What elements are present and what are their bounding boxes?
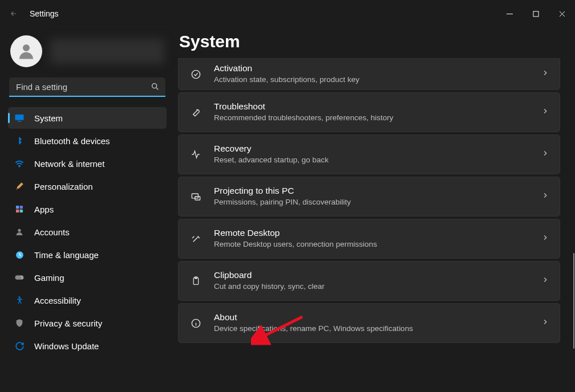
card-text: Remote DesktopRemote Desktop users, conn… bbox=[214, 227, 530, 250]
chevron-right-icon bbox=[541, 276, 549, 286]
card-text: RecoveryReset, advanced startup, go back bbox=[214, 143, 530, 165]
nav-label: Network & internet bbox=[34, 159, 104, 169]
wifi-icon bbox=[14, 158, 25, 169]
card-desc: Permissions, pairing PIN, discoverabilit… bbox=[214, 197, 530, 207]
card-desc: Recommended troubleshooters, preferences… bbox=[214, 113, 530, 123]
chevron-right-icon bbox=[541, 149, 549, 160]
titlebar: Settings bbox=[0, 0, 575, 27]
sidebar: SystemBluetooth & devicesNetwork & inter… bbox=[0, 27, 171, 392]
card-title: Activation bbox=[214, 63, 530, 75]
svg-rect-4 bbox=[18, 121, 21, 122]
avatar bbox=[10, 35, 42, 67]
chevron-right-icon bbox=[541, 191, 549, 202]
card-title: About bbox=[214, 312, 530, 324]
nav-item-apps[interactable]: Apps bbox=[8, 198, 167, 220]
recovery-icon bbox=[189, 149, 203, 160]
nav-item-privacy-security[interactable]: Privacy & security bbox=[8, 312, 167, 334]
minimize-button[interactable] bbox=[496, 5, 523, 23]
nav-item-bluetooth-devices[interactable]: Bluetooth & devices bbox=[8, 130, 167, 152]
profile-section[interactable] bbox=[8, 32, 167, 77]
card-title: Clipboard bbox=[214, 270, 530, 281]
scrollbar-thumb[interactable] bbox=[573, 253, 574, 349]
nav-label: Privacy & security bbox=[34, 318, 102, 328]
card-desc: Reset, advanced startup, go back bbox=[214, 155, 530, 165]
card-text: TroubleshootRecommended troubleshooters,… bbox=[214, 101, 530, 123]
nav-label: Personalization bbox=[34, 182, 93, 191]
card-title: Troubleshoot bbox=[214, 101, 530, 113]
svg-point-2 bbox=[152, 84, 157, 88]
nav-list: SystemBluetooth & devicesNetwork & inter… bbox=[8, 107, 167, 357]
card-projecting-to-this-pc[interactable]: Projecting to this PCPermissions, pairin… bbox=[178, 177, 560, 217]
card-text: ClipboardCut and copy history, sync, cle… bbox=[214, 270, 530, 292]
display-icon bbox=[14, 112, 25, 124]
svg-rect-9 bbox=[20, 210, 23, 213]
wrench-icon bbox=[189, 107, 203, 118]
remote-icon bbox=[189, 234, 203, 244]
search-input[interactable] bbox=[9, 77, 165, 97]
nav-label: Gaming bbox=[34, 273, 64, 283]
card-title: Projecting to this PC bbox=[214, 185, 530, 197]
bluetooth-icon bbox=[14, 135, 25, 146]
search-container bbox=[9, 77, 165, 97]
maximize-button[interactable] bbox=[523, 5, 549, 23]
settings-cards: ActivationActivation state, subscription… bbox=[178, 58, 560, 343]
svg-point-15 bbox=[18, 296, 20, 298]
back-button[interactable] bbox=[0, 0, 27, 27]
gamepad-icon bbox=[14, 272, 25, 283]
clock-icon bbox=[14, 249, 25, 260]
svg-rect-6 bbox=[16, 206, 19, 209]
card-title: Remote Desktop bbox=[214, 227, 530, 239]
svg-rect-0 bbox=[533, 11, 538, 17]
svg-point-14 bbox=[22, 277, 23, 279]
nav-item-system[interactable]: System bbox=[8, 107, 167, 129]
nav-item-network-internet[interactable]: Network & internet bbox=[8, 153, 167, 174]
svg-point-1 bbox=[23, 44, 30, 51]
card-troubleshoot[interactable]: TroubleshootRecommended troubleshooters,… bbox=[178, 92, 560, 132]
apps-icon bbox=[14, 203, 25, 215]
accessibility-icon bbox=[14, 295, 25, 306]
chevron-right-icon bbox=[541, 318, 549, 328]
card-activation[interactable]: ActivationActivation state, subscription… bbox=[178, 58, 560, 90]
nav-label: Accounts bbox=[34, 227, 70, 237]
nav-label: Bluetooth & devices bbox=[34, 136, 110, 146]
card-text: ActivationActivation state, subscription… bbox=[214, 63, 530, 85]
card-desc: Cut and copy history, sync, clear bbox=[214, 281, 530, 292]
card-clipboard[interactable]: ClipboardCut and copy history, sync, cle… bbox=[178, 261, 560, 301]
nav-item-personalization[interactable]: Personalization bbox=[8, 175, 167, 197]
nav-item-time-language[interactable]: Time & language bbox=[8, 244, 167, 266]
svg-rect-3 bbox=[15, 115, 24, 120]
chevron-right-icon bbox=[541, 234, 549, 244]
nav-label: System bbox=[34, 113, 63, 123]
svg-point-10 bbox=[18, 229, 21, 232]
main-content: System ActivationActivation state, subsc… bbox=[171, 27, 575, 392]
check-circle-icon bbox=[189, 69, 203, 80]
sync-icon bbox=[14, 340, 25, 352]
card-title: Recovery bbox=[214, 143, 530, 155]
card-remote-desktop[interactable]: Remote DesktopRemote Desktop users, conn… bbox=[178, 219, 560, 259]
page-title: System bbox=[179, 32, 560, 51]
brush-icon bbox=[14, 181, 25, 192]
svg-point-13 bbox=[21, 276, 22, 277]
window-title: Settings bbox=[30, 9, 59, 18]
card-about[interactable]: AboutDevice specifications, rename PC, W… bbox=[178, 303, 560, 343]
card-desc: Activation state, subscriptions, product… bbox=[214, 75, 530, 85]
nav-label: Time & language bbox=[34, 250, 99, 260]
chevron-right-icon bbox=[541, 107, 549, 117]
nav-item-windows-update[interactable]: Windows Update bbox=[8, 335, 167, 357]
shield-icon bbox=[14, 317, 25, 329]
info-icon bbox=[189, 318, 203, 329]
svg-rect-8 bbox=[16, 210, 19, 213]
nav-item-accessibility[interactable]: Accessibility bbox=[8, 289, 167, 311]
person-icon bbox=[14, 226, 25, 238]
clipboard-icon bbox=[189, 275, 203, 287]
search-icon bbox=[151, 82, 160, 93]
svg-point-16 bbox=[192, 70, 200, 78]
project-icon bbox=[189, 191, 203, 202]
nav-item-accounts[interactable]: Accounts bbox=[8, 221, 167, 243]
nav-label: Accessibility bbox=[34, 296, 81, 305]
nav-item-gaming[interactable]: Gaming bbox=[8, 267, 167, 288]
card-recovery[interactable]: RecoveryReset, advanced startup, go back bbox=[178, 134, 560, 174]
chevron-right-icon bbox=[541, 69, 549, 79]
svg-point-5 bbox=[19, 165, 20, 166]
close-button[interactable] bbox=[549, 5, 575, 23]
